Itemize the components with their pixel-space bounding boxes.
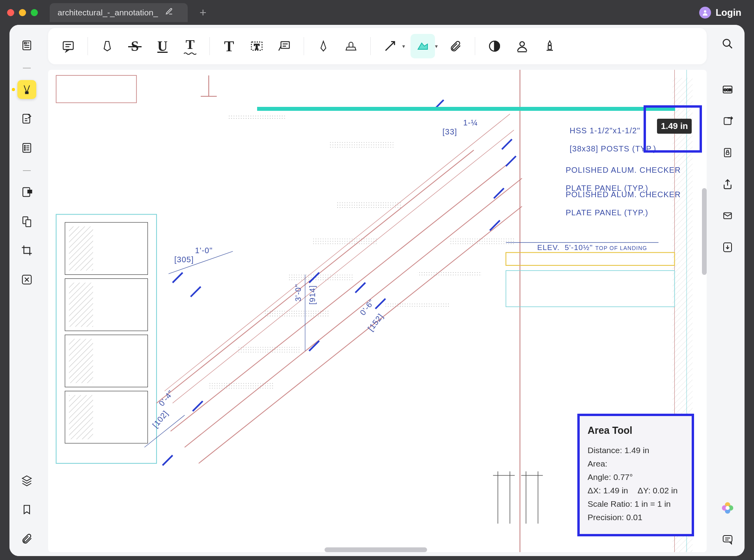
search-icon[interactable]	[718, 34, 737, 53]
pen-icon[interactable]	[311, 34, 336, 58]
svg-point-93	[723, 39, 730, 47]
attachment-icon[interactable]	[443, 34, 468, 58]
app-body: — —	[9, 25, 745, 556]
attachments-icon[interactable]	[17, 529, 36, 548]
svg-rect-55	[337, 202, 401, 208]
underline-icon[interactable]: U	[150, 34, 175, 58]
svg-rect-41	[69, 283, 93, 327]
main-area: S U T T T ▾ ▾	[44, 25, 711, 556]
share-icon[interactable]	[718, 175, 737, 194]
area-distance: Distance: 1.49 in	[588, 446, 684, 455]
toolbar-separator	[475, 37, 475, 55]
dim-914: [914]	[299, 285, 326, 325]
area-angle: Angle: 0.77°	[588, 472, 684, 482]
active-indicator	[12, 88, 15, 91]
toolbar-separator	[209, 37, 210, 55]
crop-icon[interactable]	[17, 241, 36, 260]
window-zoom-button[interactable]	[31, 9, 38, 16]
brand-flower-icon[interactable]	[718, 498, 737, 517]
svg-rect-99	[726, 152, 729, 155]
elevation-label: ELEV. 5'-10½" TOP OF LANDING	[517, 235, 647, 261]
login-button[interactable]: Login	[699, 7, 747, 19]
svg-rect-61	[450, 239, 514, 244]
divider: —	[23, 168, 31, 172]
svg-line-51	[164, 114, 510, 391]
divider: —	[23, 65, 31, 70]
strikethrough-icon[interactable]: S	[123, 34, 147, 58]
text-box-icon[interactable]: T	[244, 34, 269, 58]
svg-line-79	[506, 156, 516, 166]
svg-point-13	[24, 147, 26, 149]
chat-icon[interactable]	[718, 530, 737, 549]
svg-rect-70	[506, 271, 675, 307]
svg-text:T: T	[254, 43, 259, 51]
window-close-button[interactable]	[7, 9, 14, 16]
callout-icon[interactable]	[272, 34, 297, 58]
svg-rect-63	[385, 303, 450, 308]
area-deltas: ΔX: 1.49 in ΔY: 0.02 in	[588, 486, 684, 495]
toolbar-separator	[88, 37, 88, 55]
svg-rect-54	[329, 142, 394, 147]
svg-line-84	[355, 283, 365, 293]
rotate-icon[interactable]	[718, 112, 737, 131]
arrow-icon[interactable]	[378, 34, 402, 58]
save-icon[interactable]	[718, 238, 737, 257]
shape-icon[interactable]	[482, 34, 507, 58]
svg-rect-53	[229, 114, 285, 119]
avatar-icon	[699, 7, 711, 19]
measurement-badge: 1.49 in	[657, 119, 692, 134]
svg-rect-44	[56, 75, 136, 103]
edit-icon[interactable]	[165, 7, 173, 17]
new-tab-button[interactable]: +	[200, 6, 207, 19]
compare-icon[interactable]	[17, 270, 36, 289]
properties-icon[interactable]	[17, 183, 36, 202]
callout-plate-2: POLISHED ALUM. CHECKER PLATE PANEL (TYP.…	[545, 181, 681, 226]
document-tab[interactable]: architectural_-_annotation_	[50, 3, 188, 22]
svg-rect-57	[289, 274, 353, 280]
stamp2-icon[interactable]	[538, 34, 562, 58]
svg-point-0	[704, 10, 706, 13]
svg-line-52	[173, 130, 514, 403]
chevron-down-icon[interactable]: ▾	[435, 43, 438, 49]
svg-line-82	[173, 273, 183, 282]
redaction-icon[interactable]	[17, 212, 36, 231]
email-icon[interactable]	[718, 206, 737, 225]
tab-title: architectural_-_annotation_	[58, 8, 158, 17]
svg-rect-22	[63, 42, 73, 50]
svg-rect-42	[69, 339, 93, 383]
highlighter-icon[interactable]	[95, 34, 119, 58]
vertical-scrollbar[interactable]	[702, 188, 707, 275]
stamp-icon[interactable]	[339, 34, 363, 58]
svg-point-106	[726, 506, 730, 510]
form-icon[interactable]	[17, 109, 36, 128]
area-tool-icon[interactable]	[411, 34, 435, 58]
squiggly-icon[interactable]: T	[178, 34, 202, 58]
thumbnails-icon[interactable]	[17, 36, 36, 55]
svg-point-31	[520, 42, 524, 46]
measurement-badge-highlight: 1.49 in	[644, 105, 702, 153]
toolbar-separator	[304, 37, 304, 55]
ocr-icon[interactable]: OCR	[718, 80, 737, 99]
svg-line-83	[190, 287, 200, 297]
svg-rect-107	[723, 536, 732, 542]
svg-rect-43	[69, 395, 93, 439]
bookmark-icon[interactable]	[17, 500, 36, 519]
text-icon[interactable]: T	[217, 34, 241, 58]
layers-icon[interactable]	[17, 471, 36, 490]
note-icon[interactable]	[56, 34, 80, 58]
left-rail: — —	[9, 25, 44, 556]
login-label: Login	[716, 7, 741, 18]
annotations-icon[interactable]	[17, 80, 36, 99]
chevron-down-icon[interactable]: ▾	[402, 43, 405, 49]
svg-rect-59	[237, 347, 301, 353]
lock-icon[interactable]	[718, 143, 737, 162]
area-area: Area:	[588, 459, 684, 469]
svg-rect-27	[281, 42, 289, 49]
svg-rect-97	[724, 118, 731, 125]
toolbar-separator	[370, 37, 371, 55]
outline-icon[interactable]	[17, 138, 36, 157]
signature-icon[interactable]	[510, 34, 534, 58]
document-canvas[interactable]: HSS 1-1/2"x1-1/2" [38x38] POSTS (TYP.) P…	[48, 70, 707, 552]
window-minimize-button[interactable]	[19, 9, 26, 16]
horizontal-scrollbar[interactable]	[325, 547, 427, 552]
